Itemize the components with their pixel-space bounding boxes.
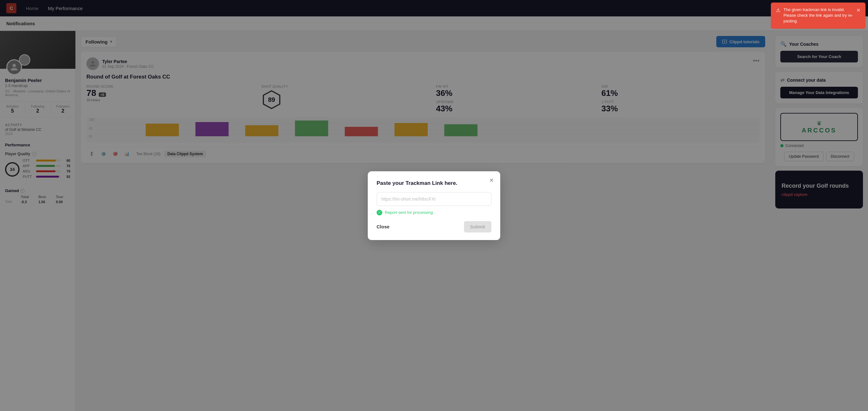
warning-icon: ⚠	[776, 7, 780, 14]
trackman-link-input[interactable]	[377, 192, 491, 206]
modal-submit-button[interactable]: Submit	[464, 221, 491, 232]
modal-close-button[interactable]: ✕	[489, 178, 494, 183]
toast-close-button[interactable]: ✕	[856, 7, 861, 14]
toast-message: The given trackman link is invalid. Plea…	[783, 7, 853, 24]
error-toast: ⚠ The given trackman link is invalid. Pl…	[771, 2, 866, 29]
modal-overlay: Paste your Trackman Link here. ✕ ✓ Repor…	[0, 0, 868, 411]
success-check-icon: ✓	[377, 210, 382, 215]
trackman-modal: Paste your Trackman Link here. ✕ ✓ Repor…	[368, 171, 500, 240]
modal-success-message: ✓ Report sent for processing	[377, 210, 491, 215]
modal-close-text-button[interactable]: Close	[377, 221, 390, 232]
modal-title: Paste your Trackman Link here.	[377, 180, 491, 186]
modal-footer: Close Submit	[377, 221, 491, 232]
